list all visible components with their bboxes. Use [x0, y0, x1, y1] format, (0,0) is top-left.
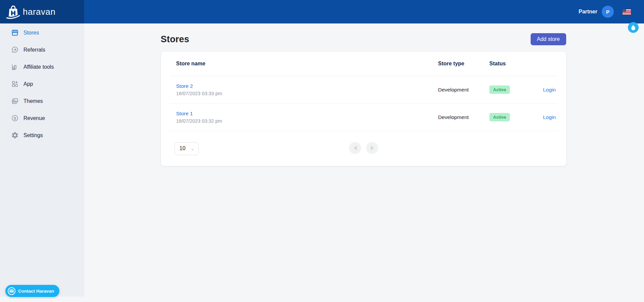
stores-card: Store name Store type Status Store 2 18/… [161, 52, 566, 166]
envelope-icon [8, 287, 15, 295]
page-size-select[interactable]: 10 ⌄ [174, 142, 199, 155]
partner-label: Partner [579, 9, 597, 15]
column-header-store-type: Store type [438, 61, 489, 67]
avatar-initial: P [606, 9, 609, 15]
language-flag-icon[interactable] [623, 9, 631, 15]
prev-page-button[interactable] [349, 142, 361, 154]
bottom-strip [0, 297, 644, 302]
sidebar-item-revenue[interactable]: $ Revenue [0, 110, 84, 127]
referral-icon [11, 46, 19, 54]
store-type-value: Development [438, 87, 489, 93]
status-badge: Active [489, 113, 510, 121]
sidebar-item-affiliate-tools[interactable]: Affiliate tools [0, 58, 84, 75]
contact-haravan-button[interactable]: Contact Haravan [5, 285, 59, 297]
sidebar-item-label: Referrals [23, 47, 45, 53]
table-header: Store name Store type Status [170, 52, 557, 76]
store-created-date: 18/07/2023 03:33 pm [176, 91, 438, 96]
gear-icon [11, 131, 19, 139]
main-content: Stores Add store Store name Store type S… [84, 23, 644, 166]
drop-widget-button[interactable] [628, 22, 639, 33]
add-store-button[interactable]: Add store [531, 33, 566, 45]
next-page-button[interactable] [366, 142, 378, 154]
sidebar-item-label: Stores [23, 30, 39, 36]
storefront-icon [11, 29, 19, 37]
chevron-down-icon: ⌄ [191, 146, 194, 151]
topbar: haravan Partner P [0, 0, 644, 23]
column-header-store-name: Store name [170, 61, 438, 67]
svg-text:$: $ [14, 116, 16, 120]
user-avatar[interactable]: P [602, 6, 614, 18]
status-badge: Active [489, 85, 510, 94]
brand-wordmark: haravan [23, 7, 55, 17]
sidebar-item-label: Revenue [23, 115, 45, 121]
table-row: Store 1 18/07/2023 03:32 pm Development … [170, 104, 557, 131]
haravan-bag-icon [6, 4, 21, 19]
arrow-left-icon [354, 146, 357, 150]
store-type-value: Development [438, 114, 489, 120]
store-created-date: 18/07/2023 03:32 pm [176, 118, 438, 124]
sidebar-item-settings[interactable]: Settings [0, 127, 84, 144]
store-name-link[interactable]: Store 1 [176, 111, 438, 117]
sidebar-item-referrals[interactable]: Referrals [0, 41, 84, 58]
sidebar-item-label: Themes [23, 98, 43, 104]
themes-icon [11, 97, 19, 105]
app-grid-icon [11, 80, 19, 88]
page-size-value: 10 [179, 145, 185, 152]
column-header-status: Status [489, 61, 543, 67]
revenue-icon: $ [11, 114, 19, 122]
store-name-link[interactable]: Store 2 [176, 83, 438, 89]
login-link[interactable]: Login [543, 114, 556, 120]
arrow-right-icon [371, 146, 374, 150]
contact-label: Contact Haravan [18, 289, 54, 294]
bar-chart-icon [11, 63, 19, 71]
sidebar-item-stores[interactable]: Stores [0, 24, 84, 41]
page-title: Stores [161, 34, 189, 45]
sidebar-item-themes[interactable]: Themes [0, 93, 84, 110]
sidebar-item-label: App [23, 81, 33, 87]
water-drop-icon [631, 24, 636, 31]
sidebar-item-label: Settings [23, 132, 43, 138]
sidebar-item-label: Affiliate tools [23, 64, 54, 70]
sidebar-item-app[interactable]: App [0, 75, 84, 93]
table-footer: 10 ⌄ [170, 131, 557, 166]
table-row: Store 2 18/07/2023 03:33 pm Development … [170, 76, 557, 104]
sidebar: Stores Referrals Affiliate tools App The… [0, 23, 84, 297]
login-link[interactable]: Login [543, 87, 556, 93]
brand-logo[interactable]: haravan [0, 0, 84, 23]
